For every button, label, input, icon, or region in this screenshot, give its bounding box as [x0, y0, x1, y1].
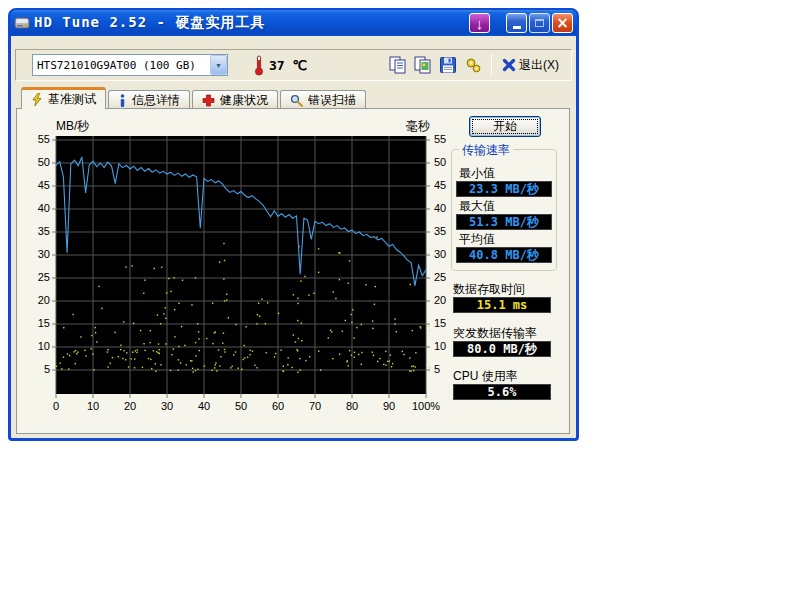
- exit-x-icon: [502, 58, 516, 72]
- x-axis-tick: 100%: [409, 400, 443, 412]
- right-axis-tick: 50: [434, 156, 457, 168]
- avg-label: 平均值: [459, 231, 495, 248]
- right-axis-tick: 35: [434, 225, 457, 237]
- x-axis-tick: 10: [76, 400, 110, 412]
- left-axis-tick: 10: [27, 340, 50, 352]
- x-axis-tick: 70: [298, 400, 332, 412]
- right-axis-tick: 10: [434, 340, 457, 352]
- x-axis-tick: 0: [39, 400, 73, 412]
- download-button[interactable]: ↓: [469, 13, 490, 33]
- x-axis-tick: 20: [113, 400, 147, 412]
- x-axis-tick: 80: [335, 400, 369, 412]
- toolbar-separator: [491, 54, 492, 76]
- hard-drive-icon: [14, 15, 30, 31]
- left-axis-tick: 25: [27, 271, 50, 283]
- min-value: 23.3 MB/秒: [456, 181, 552, 197]
- right-axis-tick: 25: [434, 271, 457, 283]
- right-axis-tick: 5: [434, 363, 457, 375]
- hdtune-window: HD Tune 2.52 - 硬盘实用工具 ↓ × HTS721010G9AT0…: [8, 8, 579, 441]
- x-axis-tick: 30: [150, 400, 184, 412]
- tab-0-benchmark[interactable]: 基准测试: [21, 87, 106, 109]
- max-value: 51.3 MB/秒: [456, 214, 552, 230]
- right-axis-tick: 40: [434, 202, 457, 214]
- max-label: 最大值: [459, 198, 495, 215]
- right-axis-tick: 20: [434, 294, 457, 306]
- tab-label: 信息详情: [132, 92, 180, 109]
- temperature-value: 37 ℃: [269, 58, 307, 73]
- save-icon: [438, 55, 458, 75]
- temperature-indicator: 37 ℃: [254, 54, 307, 76]
- exit-button[interactable]: 退出(X): [498, 55, 563, 76]
- scan-icon: [290, 94, 303, 107]
- left-axis-tick: 20: [27, 294, 50, 306]
- burst-rate-label: 突发数据传输率: [453, 325, 537, 342]
- close-button[interactable]: ×: [552, 13, 573, 33]
- exit-label: 退出(X): [519, 57, 559, 74]
- burst-rate-value: 80.0 MB/秒: [453, 341, 551, 357]
- x-axis-tick: 40: [187, 400, 221, 412]
- drive-select[interactable]: HTS721010G9AT00 (100 GB) ▼: [32, 54, 228, 76]
- benchmark-plot: [52, 136, 430, 398]
- tab-bar: 基准测试信息详情健康状况错误扫描: [21, 87, 368, 109]
- titlebar[interactable]: HD Tune 2.52 - 硬盘实用工具 ↓ ×: [10, 10, 577, 36]
- left-axis-tick: 55: [27, 133, 50, 145]
- save-button[interactable]: [435, 53, 460, 78]
- tab-3-scan[interactable]: 错误扫描: [280, 90, 366, 109]
- left-axis-tick: 30: [27, 248, 50, 260]
- tab-label: 健康状况: [220, 92, 268, 109]
- avg-value: 40.8 MB/秒: [456, 247, 552, 263]
- maximize-button[interactable]: [529, 13, 550, 33]
- minimize-icon: [513, 26, 521, 29]
- cpu-usage-value: 5.6%: [453, 384, 551, 400]
- left-axis-tick: 15: [27, 317, 50, 329]
- window-title: HD Tune 2.52 - 硬盘实用工具: [34, 14, 265, 32]
- focus-ring: [472, 119, 538, 134]
- options-icon: [463, 55, 483, 75]
- right-axis-tick: 15: [434, 317, 457, 329]
- drive-select-value: HTS721010G9AT00 (100 GB): [33, 59, 210, 72]
- benchmark-icon: [31, 93, 43, 106]
- right-axis-label: 毫秒: [390, 118, 430, 135]
- transfer-rate-group-title: 传输速率: [459, 142, 513, 159]
- copy-text-icon: [388, 55, 408, 75]
- right-axis-tick: 30: [434, 248, 457, 260]
- tab-label: 基准测试: [48, 91, 96, 108]
- cpu-usage-label: CPU 使用率: [453, 368, 518, 385]
- copy-image-icon: [413, 55, 433, 75]
- toolbar: HTS721010G9AT00 (100 GB) ▼ 37 ℃: [15, 49, 572, 81]
- info-icon: [118, 94, 127, 107]
- left-axis-tick: 45: [27, 179, 50, 191]
- tab-2-health[interactable]: 健康状况: [192, 90, 278, 109]
- health-icon: [202, 94, 215, 107]
- copy-image-button[interactable]: [410, 53, 435, 78]
- access-time-value: 15.1 ms: [453, 297, 551, 313]
- tab-1-info[interactable]: 信息详情: [108, 90, 190, 109]
- min-label: 最小值: [459, 165, 495, 182]
- left-axis-tick: 35: [27, 225, 50, 237]
- right-axis-tick: 45: [434, 179, 457, 191]
- options-button[interactable]: [460, 53, 485, 78]
- start-button[interactable]: 开始: [469, 116, 541, 137]
- x-axis-tick: 60: [261, 400, 295, 412]
- close-icon: ×: [556, 16, 569, 31]
- left-axis-tick: 5: [27, 363, 50, 375]
- left-axis-label: MB/秒: [56, 118, 89, 135]
- copy-text-button[interactable]: [385, 53, 410, 78]
- down-arrow-icon: ↓: [476, 16, 484, 31]
- access-time-label: 数据存取时间: [453, 281, 525, 298]
- x-axis-tick: 90: [372, 400, 406, 412]
- window-body: HTS721010G9AT00 (100 GB) ▼ 37 ℃: [11, 36, 576, 437]
- maximize-icon: [535, 19, 544, 27]
- thermometer-icon: [254, 54, 264, 76]
- left-axis-tick: 50: [27, 156, 50, 168]
- minimize-button[interactable]: [506, 13, 527, 33]
- tab-label: 错误扫描: [308, 92, 356, 109]
- x-axis-tick: 50: [224, 400, 258, 412]
- chevron-down-icon[interactable]: ▼: [210, 55, 227, 75]
- benchmark-tab-page: MB/秒 毫秒 开始 传输速率 最小值 23.3 MB/秒 最大值 51.3 M…: [16, 108, 570, 434]
- left-axis-tick: 40: [27, 202, 50, 214]
- right-axis-tick: 55: [434, 133, 457, 145]
- plot-canvas: [52, 136, 430, 398]
